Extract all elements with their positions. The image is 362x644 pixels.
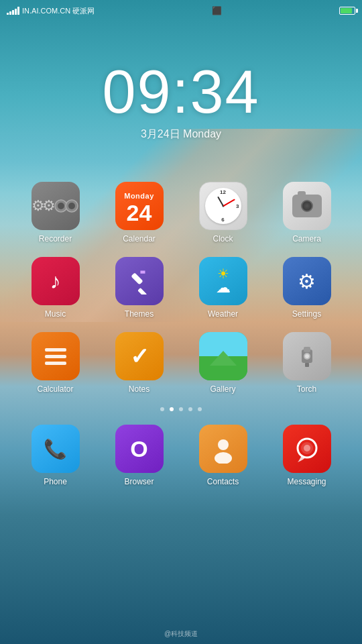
clock-app-icon: 12 3 6	[199, 182, 247, 230]
app-row-3: Calculator ✓ Notes Gallery	[13, 332, 349, 394]
status-bar: IN.AI.COM.CN 硬派网 ⬛	[0, 0, 362, 21]
watermark: @科技频道	[164, 629, 198, 639]
page-dot-2[interactable]	[170, 407, 174, 411]
page-dot-1[interactable]	[160, 407, 164, 411]
themes-label: Themes	[125, 309, 154, 319]
svg-point-1	[58, 203, 64, 209]
gallery-icon	[199, 332, 247, 380]
music-note-shape: ♪	[50, 269, 61, 294]
phone-label: Phone	[44, 477, 67, 486]
status-center: ⬛	[212, 6, 222, 15]
calendar-month: Monday	[115, 188, 164, 201]
minute-hand	[223, 199, 235, 206]
contacts-label: Contacts	[207, 477, 239, 486]
app-weather[interactable]: ☀ ☁ Weather	[188, 257, 258, 319]
recorder-label: Recorder	[39, 234, 72, 244]
gear-shape: ⚙	[298, 270, 316, 293]
themes-icon	[115, 257, 164, 305]
music-label: Music	[45, 309, 66, 319]
app-clock[interactable]: 12 3 6 Clock	[188, 182, 258, 244]
messaging-icon	[283, 425, 331, 473]
svg-rect-9	[305, 363, 309, 367]
clock-label: Clock	[213, 234, 233, 244]
clock-time: 09:34	[0, 62, 362, 122]
dock: 📞 Phone O Browser Contacts Messaging	[0, 425, 362, 486]
app-music[interactable]: ♪ Music	[20, 257, 90, 319]
svg-point-11	[305, 354, 309, 358]
browser-icon: O	[115, 425, 164, 473]
notes-label: Notes	[129, 384, 149, 394]
camera-body	[292, 195, 322, 217]
weather-icon: ☀ ☁	[199, 257, 247, 305]
torch-label: Torch	[297, 384, 316, 394]
messaging-label: Messaging	[287, 477, 326, 486]
settings-label: Settings	[292, 309, 321, 319]
svg-rect-4	[137, 288, 147, 294]
svg-point-16	[304, 445, 310, 451]
page-dots	[0, 407, 362, 411]
calendar-label: Calendar	[123, 234, 156, 244]
page-dot-3[interactable]	[179, 407, 183, 411]
app-gallery[interactable]: Gallery	[188, 332, 258, 394]
calculator-label: Calculator	[37, 384, 73, 394]
app-calendar[interactable]: Monday 24 Calendar	[104, 182, 174, 244]
app-themes[interactable]: Themes	[104, 257, 174, 319]
app-grid: Recorder Monday 24 Calendar 12 3 6 Clock	[0, 182, 362, 394]
svg-point-3	[68, 203, 75, 209]
check-mark-shape: ✓	[130, 343, 149, 370]
calendar-day: 24	[127, 201, 152, 224]
contacts-icon	[199, 425, 247, 473]
clock-date: 3月24日 Monday	[0, 127, 362, 142]
dock-phone[interactable]: 📞 Phone	[20, 425, 90, 486]
phone-shape: 📞	[44, 438, 67, 460]
status-right	[339, 7, 355, 15]
battery-fill	[341, 8, 352, 13]
app-recorder[interactable]: Recorder	[20, 182, 90, 244]
svg-rect-5	[131, 272, 143, 284]
weather-label: Weather	[208, 309, 238, 319]
dock-contacts[interactable]: Contacts	[188, 425, 258, 486]
page-dot-5[interactable]	[198, 407, 202, 411]
gallery-landscape	[199, 332, 247, 380]
app-row-2: ♪ Music Themes ☀ ☁ Weather	[13, 257, 349, 319]
camera-icon	[283, 182, 331, 230]
clock-section: 09:34 3月24日 Monday	[0, 21, 362, 142]
browser-o-shape: O	[130, 436, 147, 462]
camera-label: Camera	[292, 234, 321, 244]
calc-lines	[45, 348, 66, 365]
carrier-label: IN.AI.COM.CN 硬派网	[22, 6, 95, 16]
status-left: IN.AI.COM.CN 硬派网	[7, 6, 95, 16]
settings-icon: ⚙	[283, 257, 331, 305]
svg-marker-6	[139, 268, 146, 276]
dock-messaging[interactable]: Messaging	[272, 425, 342, 486]
notes-icon: ✓	[115, 332, 164, 380]
app-notes[interactable]: ✓ Notes	[104, 332, 174, 394]
calendar-icon: Monday 24	[115, 182, 164, 230]
svg-rect-8	[304, 347, 310, 352]
battery-icon	[339, 7, 355, 15]
phone-icon: 📞	[32, 425, 80, 473]
app-settings[interactable]: ⚙ Settings	[272, 257, 342, 319]
app-camera[interactable]: Camera	[272, 182, 342, 244]
cloud-shape: ☁	[216, 279, 231, 297]
page-dot-4[interactable]	[188, 407, 192, 411]
recorder-icon	[32, 182, 80, 230]
browser-label: Browser	[124, 477, 154, 486]
svg-point-12	[218, 439, 229, 450]
app-row-1: Recorder Monday 24 Calendar 12 3 6 Clock	[13, 182, 349, 244]
app-calculator[interactable]: Calculator	[20, 332, 90, 394]
signal-icon	[7, 7, 19, 15]
svg-point-13	[215, 452, 232, 464]
dock-browser[interactable]: O Browser	[104, 425, 174, 486]
gallery-label: Gallery	[210, 384, 235, 394]
camera-lens	[301, 200, 313, 212]
app-torch[interactable]: Torch	[272, 332, 342, 394]
torch-icon	[283, 332, 331, 380]
clock-face: 12 3 6	[205, 188, 241, 224]
calculator-icon	[32, 332, 80, 380]
music-icon: ♪	[32, 257, 80, 305]
weather-content: ☀ ☁	[216, 266, 231, 297]
bb-icon: ⬛	[212, 6, 222, 15]
gallery-mountain	[210, 351, 237, 366]
